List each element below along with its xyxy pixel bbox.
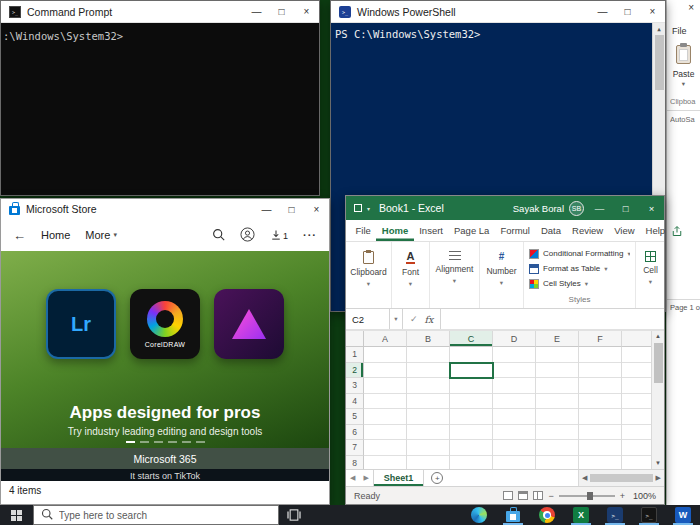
format-as-table-button[interactable]: Format as Table ▾ (529, 261, 630, 276)
tab-file[interactable]: File (350, 220, 376, 241)
normal-view-icon[interactable] (503, 491, 513, 500)
search-icon[interactable] (212, 228, 225, 243)
font-group-button[interactable]: A Font ▾ (392, 242, 430, 308)
more-options-icon[interactable]: ··· (303, 229, 317, 241)
tab-help[interactable]: Help (640, 220, 671, 241)
row-header-3[interactable]: 3 (346, 378, 364, 394)
clipboard-group-button[interactable]: Clipboard ▾ (346, 242, 392, 308)
vertical-scrollbar[interactable]: ▲ ▼ (651, 331, 664, 469)
tiktok-banner[interactable]: It starts on TikTok (1, 469, 329, 481)
alignment-group-button[interactable]: Alignment ▾ (430, 242, 480, 308)
microsoft-365-banner[interactable]: Microsoft 365 (1, 448, 329, 469)
minimize-button[interactable]: — (254, 199, 279, 219)
close-button[interactable]: × (294, 1, 319, 22)
tab-page-layout[interactable]: Page La (448, 220, 494, 241)
close-icon[interactable]: × (688, 2, 694, 13)
number-group-button[interactable]: # Number ▾ (480, 242, 524, 308)
taskbar-store-button[interactable] (496, 505, 530, 525)
scroll-up-icon[interactable]: ▲ (657, 23, 661, 34)
zoom-slider[interactable] (559, 495, 615, 497)
account-icon[interactable] (240, 227, 255, 244)
downloads-button[interactable]: 1 (270, 229, 288, 241)
scroll-left-icon[interactable]: ◀ (582, 474, 587, 482)
cell-styles-button[interactable]: Cell Styles ▾ (529, 276, 630, 291)
taskbar-powershell-button[interactable]: >_ (598, 505, 632, 525)
taskbar-edge-button[interactable] (462, 505, 496, 525)
selected-cell-c2[interactable] (449, 362, 494, 379)
column-header-e[interactable]: E (536, 331, 579, 347)
word-file-tab[interactable]: File (672, 26, 687, 36)
select-all-corner[interactable] (346, 331, 364, 347)
coreldraw-tile[interactable]: CorelDRAW (130, 289, 200, 359)
row-header-1[interactable]: 1 (346, 347, 364, 363)
formula-input[interactable] (441, 309, 664, 329)
cmd-title-bar[interactable]: >_ Command Prompt — □ × (1, 1, 319, 23)
column-header-b[interactable]: B (407, 331, 450, 347)
taskbar-search-box[interactable] (33, 505, 280, 525)
quick-access-chevron-icon[interactable]: ▾ (367, 205, 370, 212)
add-sheet-button[interactable]: + (431, 472, 443, 484)
minimize-button[interactable]: — (589, 196, 610, 220)
row-header-4[interactable]: 4 (346, 394, 364, 410)
row-header-6[interactable]: 6 (346, 425, 364, 441)
tab-review[interactable]: Review (567, 220, 609, 241)
zoom-in-icon[interactable]: + (620, 491, 625, 501)
zoom-out-icon[interactable]: − (548, 491, 553, 501)
scrollbar-thumb[interactable] (655, 35, 664, 90)
store-more-menu[interactable]: More ▾ (85, 229, 117, 241)
row-header-7[interactable]: 7 (346, 440, 364, 456)
row-header-8[interactable]: 8 (346, 456, 364, 470)
tab-data[interactable]: Data (535, 220, 566, 241)
column-header-c[interactable]: C (450, 331, 493, 347)
scrollbar-thumb[interactable] (654, 343, 663, 383)
row-header-5[interactable]: 5 (346, 409, 364, 425)
tab-insert[interactable]: Insert (414, 220, 449, 241)
tab-view[interactable]: View (609, 220, 640, 241)
name-box[interactable]: C2 (346, 309, 390, 329)
excel-title-bar[interactable]: ▾ Book1 - Excel Sayak Boral SB — □ × (346, 196, 664, 220)
scrollbar-thumb[interactable] (590, 474, 652, 482)
horizontal-scrollbar[interactable]: ◀ ▶ (578, 470, 664, 486)
taskbar-word-button[interactable]: W (666, 505, 700, 525)
enter-icon[interactable]: ✓ (410, 314, 418, 324)
chevron-down-icon[interactable]: ▾ (667, 80, 700, 88)
column-header-f[interactable]: F (579, 331, 622, 347)
scroll-right-icon[interactable]: ▶ (656, 474, 661, 482)
tab-home[interactable]: Home (376, 220, 413, 241)
taskbar-chrome-button[interactable] (530, 505, 564, 525)
start-button[interactable] (0, 505, 33, 525)
cells-group-button[interactable]: Cell ▾ (636, 242, 664, 308)
zoom-level[interactable]: 100% (633, 491, 656, 501)
column-header-a[interactable]: A (364, 331, 407, 347)
taskbar-excel-button[interactable]: X (564, 505, 598, 525)
back-icon[interactable]: ← (13, 228, 26, 243)
insert-function-icon[interactable]: fx (425, 314, 434, 325)
page-break-view-icon[interactable] (533, 491, 543, 500)
page-layout-view-icon[interactable] (518, 491, 528, 500)
column-header-d[interactable]: D (493, 331, 536, 347)
minimize-button[interactable]: — (590, 1, 615, 22)
sheet-tab-sheet1[interactable]: Sheet1 (373, 470, 425, 486)
store-hero-banner[interactable]: Lr CorelDRAW Apps designed for pros Try … (1, 251, 329, 448)
paste-icon[interactable] (676, 45, 691, 64)
close-button[interactable]: × (304, 199, 329, 219)
tab-formulas[interactable]: Formul (495, 220, 536, 241)
carousel-dots[interactable] (1, 441, 329, 443)
taskbar-cmd-button[interactable]: >_ (632, 505, 666, 525)
minimize-button[interactable]: — (244, 1, 269, 22)
account-name[interactable]: Sayak Boral (513, 203, 564, 214)
store-home-link[interactable]: Home (41, 229, 70, 241)
name-box-chevron-icon[interactable]: ▾ (390, 309, 403, 329)
scroll-down-icon[interactable]: ▼ (655, 458, 661, 469)
conditional-formatting-button[interactable]: Conditional Formatting ▾ (529, 246, 630, 261)
maximize-button[interactable]: □ (279, 199, 304, 219)
maximize-button[interactable]: □ (615, 1, 640, 22)
maximize-button[interactable]: □ (615, 196, 636, 220)
save-icon[interactable] (354, 204, 362, 212)
store-title-bar[interactable]: Microsoft Store — □ × (1, 199, 329, 219)
share-icon[interactable] (671, 225, 687, 237)
close-button[interactable]: × (640, 1, 665, 22)
word-paste-label[interactable]: Paste (667, 69, 700, 79)
powershell-title-bar[interactable]: >_ Windows PowerShell — □ × (331, 1, 665, 23)
sheet-prev-icon[interactable]: ◀ (346, 474, 359, 482)
